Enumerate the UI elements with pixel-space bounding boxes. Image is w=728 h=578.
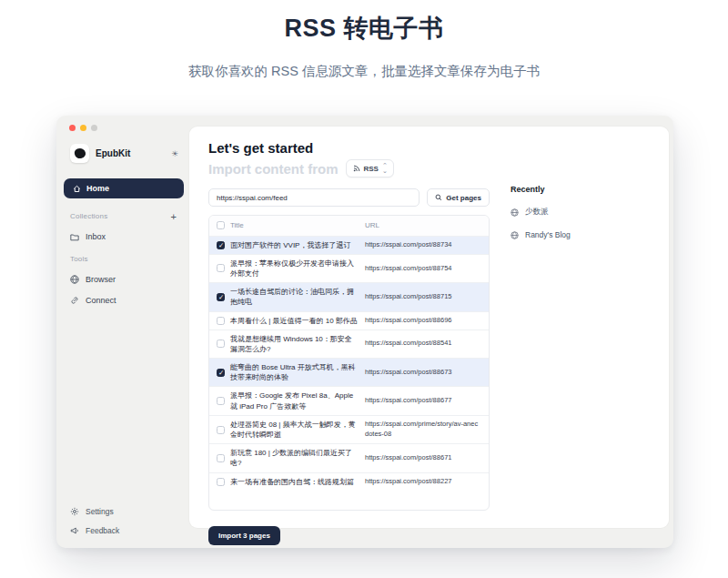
sidebar-item-label: Browser — [86, 275, 116, 284]
row-checkbox[interactable] — [217, 317, 225, 325]
rss-icon — [353, 165, 360, 172]
add-collection-button[interactable]: + — [170, 213, 177, 220]
tools-label: Tools — [70, 255, 88, 263]
table-header-row: Title URL — [209, 216, 489, 236]
article-url: https://sspai.com/prime/story/av-anecdot… — [365, 420, 481, 440]
tools-section-header: Tools — [56, 255, 189, 263]
get-pages-label: Get pages — [446, 194, 481, 202]
sidebar-item-home[interactable]: Home — [64, 178, 184, 198]
recently-item[interactable]: 少数派 — [511, 207, 656, 218]
globe-icon — [511, 208, 519, 217]
recently-item-label: 少数派 — [525, 207, 549, 218]
table-row[interactable]: 能弯曲的 Bose Ultra 开放式耳机，黑科技带来时尚的体验 https:/… — [209, 358, 489, 386]
sidebar-item-label: Connect — [86, 296, 116, 305]
article-url: https://sspai.com/post/88696 — [365, 316, 481, 326]
sidebar-item-connect[interactable]: Connect — [56, 296, 189, 305]
link-icon — [70, 296, 79, 305]
feed-url-input[interactable] — [208, 188, 420, 207]
recently-heading: Recently — [511, 185, 656, 194]
table-row[interactable]: 来一场有准备的国内自驾：线路规划篇 https://sspai.com/post… — [209, 472, 489, 491]
article-url: https://sspai.com/post/88671 — [365, 453, 481, 463]
table-row[interactable]: 新玩意 180 | 少数派的编辑们最近买了啥? https://sspai.co… — [209, 443, 489, 472]
main-heading: Let's get started — [208, 140, 490, 156]
recently-item[interactable]: Randy's Blog — [511, 230, 656, 239]
megaphone-icon — [70, 526, 79, 535]
sidebar-item-label: Settings — [86, 507, 114, 516]
source-selector[interactable]: RSS ⌃⌄ — [346, 159, 394, 177]
article-title: 一场长途自驾后的讨论：油电同乐，拥抱纯电 — [230, 287, 358, 307]
search-icon — [435, 194, 442, 201]
table-row[interactable]: 处理器简史 08 | 频率大战一触即发，黄金时代转瞬即逝 https://ssp… — [209, 415, 489, 443]
import-from-label: Import content from — [208, 161, 339, 177]
row-checkbox[interactable] — [217, 340, 225, 348]
table-row[interactable]: 一场长途自驾后的讨论：油电同乐，拥抱纯电 https://sspai.com/p… — [209, 282, 489, 310]
row-checkbox[interactable] — [217, 241, 225, 249]
article-title: 派早报：苹果称仅极少开发者申请接入外部支付 — [230, 259, 358, 279]
chevron-updown-icon: ⌃⌄ — [382, 163, 387, 174]
sidebar: EpubKit ☀ Home Collections + Inbox Tools… — [56, 116, 189, 548]
article-title: 派早报：Google 发布 Pixel 8a、Apple 就 iPad Pro … — [230, 390, 358, 411]
source-selector-value: RSS — [364, 165, 379, 173]
article-url: https://sspai.com/post/88734 — [365, 240, 481, 250]
app-window: EpubKit ☀ Home Collections + Inbox Tools… — [56, 116, 673, 548]
table-row[interactable]: 本周看什么 | 最近值得一看的 10 部作品 https://sspai.com… — [209, 311, 489, 330]
row-checkbox[interactable] — [217, 478, 225, 486]
sidebar-item-feedback[interactable]: Feedback — [56, 526, 189, 535]
column-header-url: URL — [365, 220, 481, 231]
globe-icon — [70, 275, 79, 284]
main-content: Let's get started Import content from RS… — [189, 127, 669, 528]
home-icon — [73, 185, 81, 193]
collections-section-header: Collections + — [56, 212, 189, 220]
folder-icon — [70, 233, 79, 241]
sidebar-item-browser[interactable]: Browser — [56, 275, 189, 284]
select-all-checkbox[interactable] — [217, 221, 225, 229]
feed-row: Get pages — [208, 188, 490, 207]
close-window-button[interactable] — [69, 125, 76, 131]
article-url: https://sspai.com/post/88541 — [365, 339, 481, 349]
row-checkbox[interactable] — [217, 397, 225, 405]
app-name: EpubKit — [96, 148, 165, 158]
article-title: 新玩意 180 | 少数派的编辑们最近买了啥? — [230, 448, 358, 468]
hero-section: RSS 转电子书 获取你喜欢的 RSS 信息源文章，批量选择文章保存为电子书 — [0, 0, 728, 80]
app-logo-icon — [70, 144, 89, 163]
article-title: 本周看什么 | 最近值得一看的 10 部作品 — [230, 316, 358, 326]
table-row[interactable]: 派早报：Google 发布 Pixel 8a、Apple 就 iPad Pro … — [209, 386, 489, 414]
sidebar-item-inbox[interactable]: Inbox — [56, 232, 189, 241]
collections-label: Collections — [70, 212, 107, 220]
column-header-title: Title — [230, 221, 244, 229]
import-source-line: Import content from RSS ⌃⌄ — [208, 159, 490, 177]
sidebar-footer: Settings Feedback — [56, 500, 189, 535]
table-row[interactable]: 面对国产软件的 VVIP，我选择了退订 https://sspai.com/po… — [209, 236, 489, 254]
sidebar-item-settings[interactable]: Settings — [56, 507, 189, 516]
row-checkbox[interactable] — [217, 454, 225, 462]
table-row[interactable]: 派早报：苹果称仅极少开发者申请接入外部支付 https://sspai.com/… — [209, 254, 489, 282]
article-title: 来一场有准备的国内自驾：线路规划篇 — [230, 477, 354, 487]
sidebar-item-label: Feedback — [86, 526, 119, 535]
globe-icon — [511, 231, 519, 239]
window-controls — [56, 125, 189, 131]
row-checkbox[interactable] — [217, 426, 225, 434]
get-pages-button[interactable]: Get pages — [427, 188, 490, 207]
article-url: https://sspai.com/post/88677 — [365, 396, 481, 406]
article-url: https://sspai.com/post/88673 — [365, 368, 481, 378]
page-subtitle: 获取你喜欢的 RSS 信息源文章，批量选择文章保存为电子书 — [0, 63, 728, 80]
row-checkbox[interactable] — [217, 369, 225, 377]
recently-item-label: Randy's Blog — [525, 230, 571, 239]
article-url: https://sspai.com/post/88227 — [365, 477, 481, 487]
article-title: 处理器简史 08 | 频率大战一触即发，黄金时代转瞬即逝 — [230, 420, 358, 440]
article-url: https://sspai.com/post/88715 — [365, 292, 481, 302]
recently-column: Recently 少数派 Randy's Blog — [511, 140, 656, 528]
theme-toggle-icon[interactable]: ☀ — [171, 149, 178, 158]
zoom-window-button[interactable] — [91, 125, 97, 131]
import-column: Let's get started Import content from RS… — [208, 140, 490, 528]
article-url: https://sspai.com/post/88754 — [365, 264, 481, 274]
row-checkbox[interactable] — [217, 293, 225, 301]
sidebar-item-label: Home — [86, 184, 109, 193]
sidebar-item-label: Inbox — [86, 232, 106, 241]
page-title: RSS 转电子书 — [0, 12, 728, 45]
import-pages-button[interactable]: Import 3 pages — [208, 526, 280, 545]
table-row[interactable]: 我就是想继续用 Windows 10：那安全漏洞怎么办? https://ssp… — [209, 330, 489, 358]
minimize-window-button[interactable] — [80, 125, 86, 131]
article-title: 面对国产软件的 VVIP，我选择了退订 — [230, 240, 350, 250]
row-checkbox[interactable] — [217, 264, 225, 272]
